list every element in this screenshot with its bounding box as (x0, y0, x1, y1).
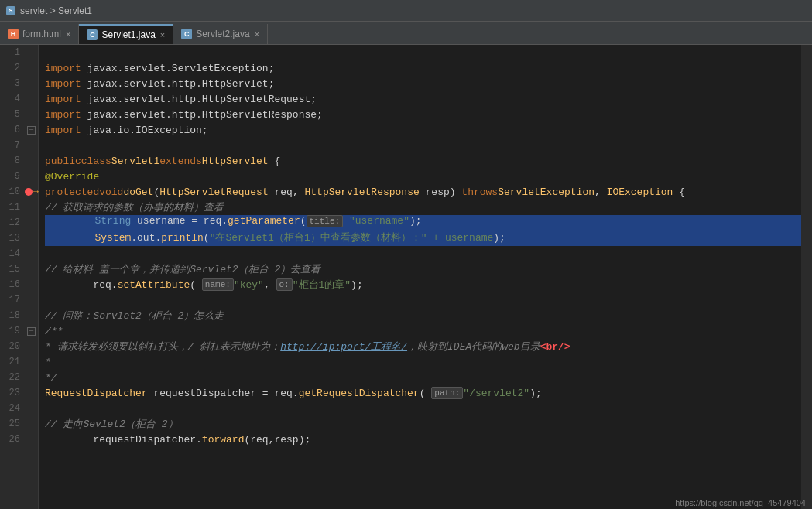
gutter-row: 15 (0, 261, 38, 277)
gutter-row: 3 (0, 76, 38, 91)
line-number: 9 (0, 171, 25, 182)
tab-form-html[interactable]: H form.html × (0, 24, 79, 44)
line-number: 5 (0, 109, 25, 120)
code-line (45, 246, 801, 261)
tab-servlet1-java[interactable]: C Servlet1.java × (79, 24, 173, 44)
code-line (45, 401, 801, 416)
code-line: @Override (45, 169, 801, 184)
line-number: 23 (0, 388, 25, 398)
code-line (45, 138, 801, 153)
gutter-row: 14 (0, 246, 38, 261)
code-line: import javax.servlet.http.HttpServletRes… (45, 107, 801, 122)
servlet-icon: s (6, 6, 15, 15)
line-number: 15 (0, 264, 25, 275)
line-number: 21 (0, 357, 25, 367)
tab-bar: H form.html × C Servlet1.java × C Servle… (0, 22, 812, 45)
gutter-row: 12 (0, 215, 38, 231)
code-line: RequestDispatcher requestDispatcher = re… (45, 385, 801, 401)
close-icon[interactable]: × (66, 29, 70, 39)
gutter-row: 20 (0, 339, 38, 354)
breakpoint-dot[interactable] (25, 188, 33, 196)
gutter-icon: → (25, 186, 39, 197)
line-number: 22 (0, 372, 25, 383)
title-bar: s servlet > Servlet1 (0, 0, 812, 22)
line-number: 2 (0, 63, 25, 73)
line-number: 17 (0, 295, 25, 306)
code-line (45, 292, 801, 308)
line-number: 24 (0, 403, 25, 414)
gutter-row: 17 (0, 292, 38, 308)
gutter-icon: − (25, 327, 38, 336)
line-number: 13 (0, 233, 25, 244)
code-line: public class Servlet1 extends HttpServle… (45, 153, 801, 169)
tab-servlet2-label: Servlet2.java (196, 29, 249, 39)
code-line: // 给材料 盖一个章，并传递到Servlet2（柜台 2）去查看 (45, 261, 801, 277)
line-number: 16 (0, 279, 25, 290)
scrollbar[interactable] (801, 45, 812, 509)
gutter-row: 4 (0, 91, 38, 107)
gutter-row: 16 (0, 277, 38, 292)
line-number: 26 (0, 434, 25, 445)
gutter-row: 26 (0, 432, 38, 447)
breadcrumb: servlet > Servlet1 (20, 5, 92, 16)
code-line: String username = req.getParameter(title… (45, 215, 801, 231)
tab-servlet1-label: Servlet1.java (101, 29, 155, 40)
code-line: requestDispatcher.forward(req,resp); (45, 432, 801, 447)
code-area[interactable]: import javax.servlet.ServletException;im… (39, 45, 801, 509)
code-line: import java.io.IOException; (45, 122, 801, 138)
code-line: // 获取请求的参数（办事的材料）查看 (45, 200, 801, 215)
line-number: 12 (0, 217, 25, 228)
line-number: 18 (0, 310, 25, 321)
close-icon-servlet2[interactable]: × (255, 29, 259, 39)
gutter-row: 1 (0, 45, 38, 60)
gutter-row: 25 (0, 416, 38, 432)
gutter-row: 24 (0, 401, 38, 416)
code-line: // 问路：Servlet2（柜台 2）怎么走 (45, 308, 801, 323)
code-line: /** (45, 323, 801, 339)
code-line: import javax.servlet.http.HttpServlet; (45, 76, 801, 91)
gutter-row: 13 (0, 231, 38, 246)
gutter-row: 21 (0, 354, 38, 370)
java-tab-icon-1: C (87, 29, 98, 40)
gutter-row: 22 (0, 370, 38, 385)
code-line: * (45, 354, 801, 370)
line-number: 4 (0, 94, 25, 104)
line-number: 3 (0, 78, 25, 89)
code-line: // 走向Sevlet2（柜台 2） (45, 416, 801, 432)
code-line: * 请求转发必须要以斜杠打头，/ 斜杠表示地址为：http://ip:port/… (45, 339, 801, 354)
gutter-icon: − (25, 126, 38, 135)
tab-form-html-label: form.html (22, 29, 61, 39)
tab-servlet2-java[interactable]: C Servlet2.java × (173, 24, 268, 44)
arrow-icon: → (33, 186, 39, 197)
gutter-row: 23 (0, 385, 38, 401)
line-number: 20 (0, 341, 25, 352)
close-icon-servlet1[interactable]: × (160, 30, 165, 39)
gutter-row: 11 (0, 200, 38, 215)
java-tab-icon-2: C (181, 29, 192, 39)
gutter-row: 18 (0, 308, 38, 323)
gutter-row: 9 (0, 169, 38, 184)
html-tab-icon: H (8, 29, 19, 39)
code-line: System.out.println("在Servlet1（柜台1）中查看参数（… (45, 231, 801, 246)
gutter-row: 10→ (0, 184, 38, 200)
line-number: 14 (0, 248, 25, 259)
code-line: */ (45, 370, 801, 385)
gutter-row: 19− (0, 323, 38, 339)
line-number: 7 (0, 140, 25, 151)
fold-icon[interactable]: − (27, 327, 36, 336)
code-line: import javax.servlet.http.HttpServletReq… (45, 91, 801, 107)
gutter-row: 2 (0, 60, 38, 76)
code-line (45, 45, 801, 60)
gutter-row: 6− (0, 122, 38, 138)
code-line: import javax.servlet.ServletException; (45, 60, 801, 76)
gutter-row: 8 (0, 153, 38, 169)
line-number: 11 (0, 202, 25, 213)
gutter: 123456−78910→111213141516171819−20212223… (0, 45, 39, 509)
fold-icon[interactable]: − (27, 126, 36, 135)
line-number: 8 (0, 155, 25, 166)
code-line: req.setAttribute( name: "key", o: "柜台1的章… (45, 277, 801, 292)
gutter-row: 7 (0, 138, 38, 153)
line-number: 10 (0, 186, 25, 197)
line-number: 25 (0, 418, 25, 429)
editor-container: 123456−78910→111213141516171819−20212223… (0, 45, 812, 509)
